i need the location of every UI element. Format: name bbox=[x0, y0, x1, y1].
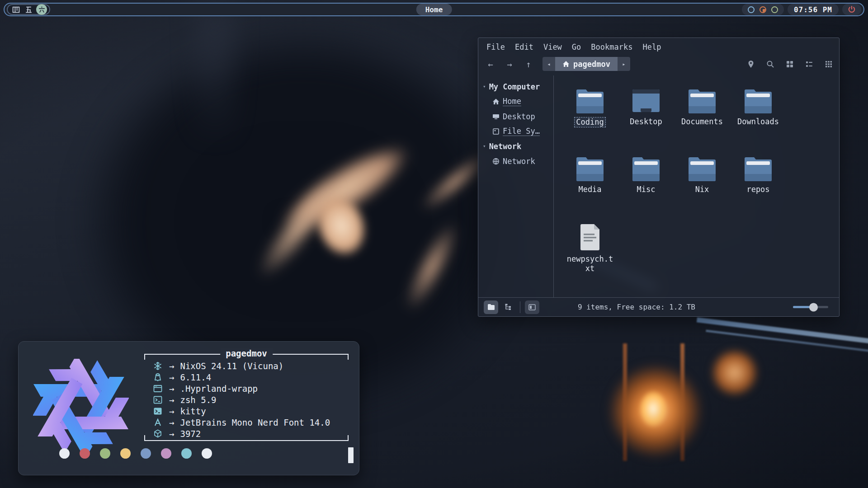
fetch-value-wm: .Hyprland-wrapp bbox=[180, 384, 258, 394]
slider-track[interactable] bbox=[793, 306, 828, 308]
search-icon[interactable] bbox=[766, 60, 774, 68]
sidebar-section-label: My Computer bbox=[489, 82, 540, 91]
arrow-glyph: → bbox=[169, 406, 174, 416]
sidebar-item-label: Home bbox=[503, 97, 521, 106]
box-corner bbox=[144, 355, 145, 360]
palette-dot bbox=[100, 448, 110, 459]
file-label: Media bbox=[577, 185, 603, 194]
font-icon bbox=[152, 418, 163, 427]
menu-bookmarks[interactable]: Bookmarks bbox=[591, 42, 632, 52]
menu-help[interactable]: Help bbox=[642, 42, 661, 52]
show-tree-button[interactable] bbox=[501, 300, 515, 314]
path-scroll-right-button[interactable]: ▸ bbox=[618, 57, 630, 71]
file-label: Coding bbox=[574, 117, 605, 127]
palette-dot bbox=[141, 448, 151, 459]
menu-view[interactable]: View bbox=[543, 42, 562, 52]
icon-view-icon[interactable] bbox=[786, 60, 794, 68]
sidebar-item-desktop[interactable]: Desktop bbox=[483, 109, 552, 124]
clock[interactable]: 07:56 PM bbox=[788, 4, 839, 15]
sidebar-item-label: File Sy… bbox=[503, 127, 540, 136]
file-item-misc[interactable]: Misc bbox=[618, 150, 674, 217]
file-item-nix[interactable]: Nix bbox=[674, 150, 730, 217]
file-label: repos bbox=[745, 185, 771, 194]
menu-go[interactable]: Go bbox=[572, 42, 581, 52]
file-item-media[interactable]: Media bbox=[562, 150, 618, 217]
arrow-glyph: → bbox=[169, 395, 174, 405]
palette-dot bbox=[120, 448, 131, 459]
fetch-row-font: → JetBrains Mono Nerd Font 14.0 bbox=[152, 417, 349, 428]
sidebar-section-network[interactable]: ▾ Network bbox=[483, 139, 552, 154]
fetch-value-kernel: 6.11.4 bbox=[180, 372, 211, 382]
fetch-value-font: JetBrains Mono Nerd Font 14.0 bbox=[180, 418, 330, 427]
list-view-icon[interactable] bbox=[805, 60, 813, 68]
sidebar-item-label: Desktop bbox=[503, 112, 535, 121]
box-corner bbox=[144, 435, 145, 440]
fetch-value-terminal: kitty bbox=[180, 406, 206, 416]
arrow-glyph: → bbox=[169, 429, 174, 439]
terminal-cursor bbox=[348, 447, 354, 463]
workspace-5-glyph bbox=[25, 6, 33, 14]
zoom-slider[interactable] bbox=[793, 303, 828, 311]
workspace-4[interactable] bbox=[12, 5, 20, 14]
sidebar-section-my-computer[interactable]: ▾ My Computer bbox=[483, 79, 552, 94]
places-sidebar: ▾ My Computer Home Desktop File Sy… bbox=[478, 75, 553, 297]
workspace-6-glyph bbox=[38, 6, 46, 14]
fetch-hostname: pagedmov bbox=[220, 348, 273, 358]
sidebar-item-network[interactable]: Network bbox=[483, 154, 552, 169]
file-label: Documents bbox=[680, 117, 724, 127]
path-scroll-left-button[interactable]: ◂ bbox=[542, 57, 555, 71]
folder-icon bbox=[575, 156, 605, 181]
file-item-downloads[interactable]: Downloads bbox=[730, 82, 786, 150]
path-segment-home[interactable]: pagedmov bbox=[555, 57, 618, 71]
folder-icon bbox=[631, 156, 661, 181]
power-button[interactable] bbox=[842, 4, 861, 15]
palette-dot bbox=[59, 448, 70, 459]
fetch-value-shell: zsh 5.9 bbox=[180, 395, 216, 405]
packages-icon bbox=[152, 429, 163, 438]
file-item-repos[interactable]: repos bbox=[730, 150, 786, 217]
slider-fill bbox=[793, 306, 811, 308]
indicator-blue-icon[interactable] bbox=[748, 6, 755, 13]
sidebar-item-filesystem[interactable]: File Sy… bbox=[483, 124, 552, 139]
location-pin-icon[interactable] bbox=[747, 60, 755, 68]
terminal-icon bbox=[152, 407, 163, 415]
status-indicators bbox=[742, 4, 784, 15]
menu-file[interactable]: File bbox=[486, 42, 505, 52]
indicator-green-icon[interactable] bbox=[771, 6, 778, 13]
folder-icon bbox=[687, 156, 717, 181]
workspace-6-active[interactable] bbox=[36, 4, 47, 15]
show-places-button[interactable] bbox=[484, 300, 498, 314]
file-item-coding[interactable]: Coding bbox=[562, 82, 618, 150]
file-item-documents[interactable]: Documents bbox=[674, 82, 730, 150]
home-icon bbox=[492, 98, 500, 105]
folder-icon bbox=[687, 88, 717, 113]
folder-icon bbox=[743, 156, 773, 181]
collapse-caret-icon[interactable]: ▾ bbox=[483, 84, 486, 89]
slider-knob[interactable] bbox=[809, 303, 818, 311]
palette-dot bbox=[161, 448, 171, 459]
arrow-glyph: → bbox=[169, 418, 174, 427]
workspace-5[interactable] bbox=[24, 5, 33, 14]
palette-dot bbox=[202, 448, 212, 459]
workspace-switcher bbox=[7, 4, 50, 15]
forward-button[interactable]: → bbox=[504, 59, 515, 69]
file-item-desktop[interactable]: Desktop bbox=[618, 82, 674, 150]
text-file-icon bbox=[579, 224, 601, 251]
collapse-caret-icon[interactable]: ▾ bbox=[483, 143, 486, 149]
terminal-window[interactable]: pagedmov → NixOS 24.11 (Vicuna) bbox=[18, 341, 359, 475]
kernel-icon bbox=[152, 373, 163, 382]
indicator-orange-icon[interactable] bbox=[760, 6, 766, 13]
path-bar: ◂ pagedmov ▸ bbox=[542, 57, 630, 71]
palette-dot bbox=[181, 448, 192, 459]
compact-view-icon[interactable] bbox=[825, 60, 833, 68]
sidebar-item-home[interactable]: Home bbox=[483, 94, 552, 109]
file-label: newpsych.txt bbox=[565, 254, 615, 274]
menu-edit[interactable]: Edit bbox=[515, 42, 533, 52]
fetch-row-shell: → zsh 5.9 bbox=[152, 394, 349, 405]
file-item-newpsych-txt[interactable]: newpsych.txt bbox=[562, 217, 618, 285]
back-button[interactable]: ← bbox=[485, 59, 496, 69]
up-button[interactable]: ↑ bbox=[523, 59, 534, 69]
arrow-glyph: → bbox=[169, 361, 174, 371]
palette-dot bbox=[80, 448, 90, 459]
toggle-side-pane-button[interactable] bbox=[525, 300, 539, 314]
